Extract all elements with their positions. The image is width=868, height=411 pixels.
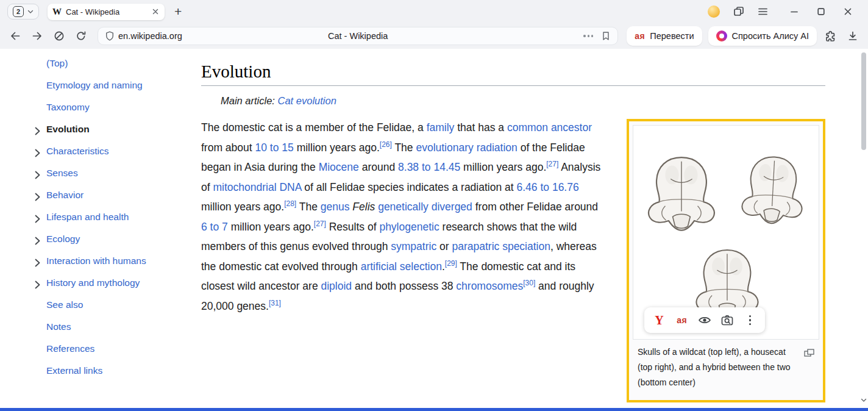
profile-avatar-icon[interactable] (708, 5, 720, 18)
menu-icon[interactable] (758, 7, 768, 16)
sidebar-item[interactable]: History and mythology (35, 276, 201, 290)
sidebar-item-label[interactable]: Characteristics (46, 146, 109, 156)
chevron-right-icon[interactable] (35, 257, 40, 271)
new-tab-button[interactable]: + (172, 5, 184, 18)
article-link[interactable]: 6.46 to 16.76 (517, 181, 579, 193)
sidebar-item-label[interactable]: Etymology and naming (46, 80, 143, 90)
sidebar-item[interactable]: Etymology and naming (35, 78, 201, 92)
yandex-search-icon[interactable]: Y (650, 311, 669, 329)
chevron-right-icon[interactable] (35, 279, 40, 293)
tab-count-button[interactable]: 2 (7, 4, 39, 20)
sidebar-item-label[interactable]: (Top) (46, 58, 68, 68)
reference-link[interactable]: [31] (269, 299, 281, 307)
chevron-down-icon[interactable] (27, 10, 34, 14)
article-link[interactable]: diploid (321, 280, 352, 292)
tab-cat-wikipedia[interactable]: W Cat - Wikipedia (48, 4, 165, 20)
sidebar-item-label[interactable]: Notes (46, 321, 71, 332)
article-link[interactable]: chromosomes (456, 280, 523, 292)
reference-link[interactable]: [27] (546, 160, 558, 168)
bookmark-icon[interactable] (602, 31, 610, 41)
article-link[interactable]: parapatric speciation (452, 240, 550, 252)
sidebar-item-label[interactable]: Evolution (46, 124, 90, 134)
article-link[interactable]: genetically diverged (378, 201, 472, 213)
ask-alice-button[interactable]: Спросить Алису AI (708, 26, 817, 46)
sidebar-item[interactable]: (Top) (35, 56, 201, 70)
tab-close-icon[interactable] (151, 7, 160, 16)
window-minimize-icon[interactable] (790, 7, 799, 16)
sidebar-item-label[interactable]: Behavior (46, 190, 84, 200)
sidebar-item[interactable]: Senses (35, 166, 201, 180)
image-hover-toolbar: Y ая (644, 307, 765, 333)
image-search-icon[interactable] (718, 311, 736, 329)
address-bar[interactable]: en.wikipedia.org Cat - Wikipedia (98, 27, 618, 45)
hatnote-link[interactable]: Cat evolution (278, 95, 336, 106)
article-link[interactable]: evolutionary radiation (416, 141, 517, 154)
section-heading: Evolution (201, 61, 825, 86)
sidebar-item[interactable]: See also (35, 298, 201, 312)
extensions-icon[interactable] (823, 28, 839, 44)
chevron-right-icon[interactable] (35, 125, 40, 139)
translate-image-icon[interactable]: ая (673, 311, 691, 329)
window-maximize-icon[interactable] (817, 7, 825, 16)
article-link[interactable]: artificial selection (361, 260, 442, 273)
panels-icon[interactable] (733, 6, 744, 17)
forward-icon[interactable] (29, 28, 45, 44)
chevron-right-icon[interactable] (35, 147, 40, 161)
reference-link[interactable]: [30] (523, 279, 535, 287)
sidebar-item[interactable]: Behavior (35, 188, 201, 202)
article-link[interactable]: 8.38 to 14.45 (398, 161, 460, 173)
article-link[interactable]: common ancestor (507, 121, 592, 134)
scroll-down-icon[interactable] (861, 394, 867, 405)
sidebar-item[interactable]: Taxonomy (35, 100, 201, 114)
paragraph-text: around (359, 161, 398, 173)
figure-image[interactable]: Y ая (633, 125, 819, 340)
sidebar-item[interactable]: Notes (35, 320, 201, 334)
reference-link[interactable]: [26] (380, 140, 392, 149)
sidebar-item-label[interactable]: See also (46, 299, 83, 310)
window-close-icon[interactable] (844, 7, 852, 16)
sidebar-item-label[interactable]: Taxonomy (46, 102, 90, 112)
article-link[interactable]: family (427, 121, 455, 134)
reload-icon[interactable] (73, 28, 89, 44)
sidebar-item-label[interactable]: History and mythology (46, 277, 140, 288)
translate-button[interactable]: ая Перевести (627, 26, 702, 46)
enlarge-icon[interactable] (804, 346, 814, 362)
sidebar-item-label[interactable]: References (46, 343, 94, 354)
sidebar-item-label[interactable]: Interaction with humans (46, 256, 146, 266)
ask-alice-label: Спросить Алису AI (732, 31, 809, 41)
back-icon[interactable] (7, 28, 23, 44)
article-link[interactable]: phylogenetic (379, 221, 439, 233)
address-overflow-icon[interactable] (583, 35, 593, 37)
article-link[interactable]: Miocene (319, 161, 359, 173)
sidebar-item[interactable]: Lifespan and health (35, 210, 201, 224)
reference-link[interactable]: [29] (445, 259, 457, 268)
sidebar-item[interactable]: External links (35, 363, 201, 377)
site-safety-icon[interactable] (105, 31, 114, 41)
article-link[interactable]: mitochondrial DNA (213, 181, 301, 193)
sidebar-item[interactable]: Interaction with humans (35, 254, 201, 268)
sidebar-item-label[interactable]: Ecology (46, 234, 80, 244)
image-more-icon[interactable] (741, 311, 759, 329)
chevron-right-icon[interactable] (35, 169, 40, 183)
sidebar-item[interactable]: References (35, 341, 201, 356)
article-link[interactable]: 6 to 7 (201, 221, 228, 233)
downloads-icon[interactable] (845, 28, 861, 44)
reference-link[interactable]: [27] (314, 220, 326, 228)
sidebar-item-label[interactable]: External links (46, 365, 102, 376)
article-link[interactable]: sympatric (391, 240, 436, 252)
chevron-right-icon[interactable] (35, 235, 40, 249)
sidebar-toc: (Top)Etymology and namingTaxonomyEvoluti… (0, 49, 201, 411)
article-link[interactable]: genus (321, 201, 350, 213)
scrollbar-thumb[interactable] (861, 52, 866, 150)
protect-mode-icon[interactable] (51, 28, 67, 44)
eye-icon[interactable] (695, 311, 714, 329)
reference-link[interactable]: [28] (284, 199, 296, 208)
article-link[interactable]: 10 to 15 (255, 141, 294, 154)
chevron-right-icon[interactable] (35, 191, 40, 205)
sidebar-item[interactable]: Characteristics (35, 144, 201, 158)
sidebar-item[interactable]: Evolution (35, 122, 201, 136)
sidebar-item[interactable]: Ecology (35, 232, 201, 246)
chevron-right-icon[interactable] (35, 213, 40, 227)
sidebar-item-label[interactable]: Senses (46, 168, 78, 178)
sidebar-item-label[interactable]: Lifespan and health (46, 212, 129, 222)
